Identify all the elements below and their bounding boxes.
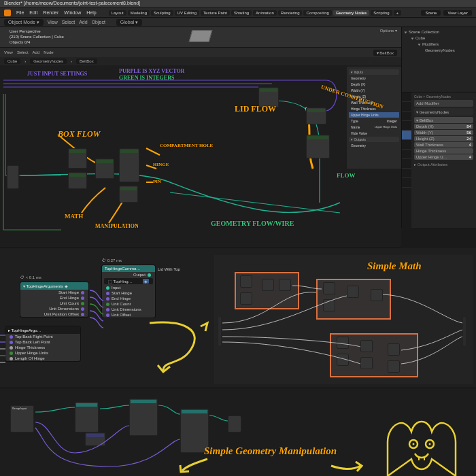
annotation: PURPLE IS XYZ VECTOR	[119, 68, 184, 74]
window-titlebar: Blender* [/home/meow/Documents/joint-tes…	[0, 0, 476, 8]
geometry-node[interactable]	[119, 148, 139, 182]
svg-point-2	[413, 443, 415, 445]
svg-point-3	[429, 443, 431, 445]
geometry-node[interactable]	[306, 107, 326, 124]
geometry-node[interactable]	[306, 135, 330, 158]
math-node[interactable]	[68, 148, 87, 169]
mod-field[interactable]: Width (Y)56	[414, 130, 473, 135]
doodle-arrow	[330, 460, 364, 476]
mod-field[interactable]: Height (Z)24	[414, 136, 473, 141]
node-wires	[0, 67, 401, 250]
annotation: GREEN IS INTEGERS	[119, 75, 174, 81]
mode-dropdown[interactable]: Object Mode ▾	[4, 19, 44, 26]
node-node-menu[interactable]: Node	[44, 50, 53, 54]
mod-field[interactable]: Depth (X)84	[414, 124, 473, 129]
tab-script[interactable]: Scripting	[371, 10, 392, 16]
annotation: MANIPULATION	[95, 223, 139, 229]
mod-field[interactable]: Hinge Thickness	[414, 148, 473, 154]
properties-panel: Cube > GeometryNodes Add Modifier ▾ Geom…	[401, 92, 476, 228]
view-menu[interactable]: View	[48, 20, 58, 24]
mesh-cube-icon	[189, 30, 213, 42]
outliner-modifiers[interactable]: Modifiers	[422, 41, 439, 48]
tab-render[interactable]: Rendering	[278, 10, 303, 16]
annotation: PIN	[153, 179, 161, 184]
breadcrumb[interactable]: GeometryNodes	[30, 58, 67, 64]
node-editor-header: View Select Add Node ▾ BeltBox	[0, 48, 401, 57]
tab-uv[interactable]: UV Editing	[175, 10, 199, 16]
add-menu[interactable]: Add	[79, 20, 87, 24]
viewport-options[interactable]: Options ▾	[380, 28, 397, 33]
props-tabs[interactable]	[402, 92, 411, 228]
annotation: UNDER CONSTRUCTION	[320, 84, 384, 109]
group-input-node[interactable]	[7, 165, 19, 189]
tab-sculpting[interactable]: Sculpting	[151, 10, 173, 16]
nodegroup-name[interactable]: ▾ BeltBox	[373, 50, 397, 56]
workspace-tabs: Layout Modeling Sculpting UV Editing Tex…	[109, 10, 401, 16]
geometry-node-editor[interactable]: View Select Add Node ▾ BeltBox Cube › Ge…	[0, 48, 401, 248]
orientation-dropdown[interactable]: Global ▾	[116, 19, 142, 26]
math-wires	[214, 255, 473, 384]
props-breadcrumb: Cube > GeometryNodes	[414, 95, 473, 99]
add-modifier-button[interactable]: Add Modifier	[414, 100, 473, 107]
outliner-geonodes[interactable]: GeometryNodes	[425, 48, 455, 54]
annotation: BOX FLOW	[58, 129, 100, 139]
annotation: FLOW	[337, 172, 356, 179]
outliner[interactable]: Scene Collection Cube Modifiers Geometry…	[401, 27, 476, 92]
math-node[interactable]	[68, 172, 87, 189]
tab-geonodes[interactable]: Geometry Nodes	[333, 10, 369, 16]
node-add-menu[interactable]: Add	[33, 50, 40, 54]
annotation: COMPARTMENT HOLE	[160, 143, 213, 148]
modifier-header[interactable]: ▾ GeometryNodes	[414, 108, 473, 116]
annotation: HINGE	[153, 162, 169, 167]
tab-texpaint[interactable]: Texture Paint	[201, 10, 230, 16]
tab-comp[interactable]: Compositing	[303, 10, 331, 16]
menu-edit[interactable]: Edit	[29, 10, 37, 15]
scene-field[interactable]: Scene	[421, 10, 441, 16]
geometry-node[interactable]	[95, 158, 114, 179]
breadcrumb[interactable]: BeltBox	[76, 58, 97, 64]
tab-layout[interactable]: Layout	[109, 10, 126, 16]
mod-field[interactable]: Upper Hinge U…4	[414, 154, 473, 160]
annotation: GEOMETRY FLOW/WIRE	[211, 220, 294, 227]
breadcrumb[interactable]: Cube	[4, 58, 20, 64]
geometry-node[interactable]	[258, 87, 279, 107]
menu-file[interactable]: File	[16, 10, 24, 15]
viewlayer-field[interactable]: View Layer	[443, 10, 472, 16]
tab-anim[interactable]: Animation	[253, 10, 277, 16]
outliner-cube[interactable]: Cube	[415, 35, 425, 41]
tab-add[interactable]: +	[394, 10, 402, 16]
blender-logo-icon	[4, 10, 11, 16]
doodle-arrow	[143, 316, 218, 377]
object-menu[interactable]: Object	[92, 20, 105, 24]
outliner-root[interactable]: Scene Collection	[409, 29, 439, 35]
geometry-node[interactable]	[119, 186, 138, 203]
lower-panels: ⏱ 0.27 ms TopHingeComma… Output ⬚ TopHin…	[0, 248, 476, 476]
node-view-menu[interactable]: View	[4, 50, 13, 54]
output-attributes[interactable]: ▸ Output Attributes	[414, 162, 473, 167]
simple-math-region[interactable]	[214, 255, 473, 384]
viewport-3d[interactable]: User Perspective (210) Scene Collection …	[0, 27, 401, 48]
menu-help[interactable]: Help	[86, 10, 96, 15]
select-menu[interactable]: Select	[62, 20, 75, 24]
node-select-menu[interactable]: Select	[17, 50, 29, 54]
cartoon-doodle	[381, 411, 476, 476]
mod-field[interactable]: Wall Thickness4	[414, 142, 473, 148]
annotation: JUST INPUT SETTINGS	[27, 71, 87, 77]
tab-shading[interactable]: Shading	[231, 10, 252, 16]
viewport-info: User Perspective (210) Scene Collection …	[10, 29, 64, 45]
doodle-arrow	[177, 456, 218, 476]
modifier-tab-icon[interactable]	[402, 131, 411, 140]
top-menu: File Edit Render Window Help Layout Mode…	[0, 8, 476, 18]
menu-render[interactable]: Render	[43, 10, 58, 15]
viewport-header: Object Mode ▾ View Select Add Object Glo…	[0, 18, 476, 27]
bottom-wires	[0, 388, 272, 476]
tab-modeling[interactable]: Modeling	[128, 10, 150, 16]
menu-window[interactable]: Window	[64, 10, 81, 15]
annotation: MATH	[65, 213, 83, 220]
nodegroup-field[interactable]: ▾ BeltBox	[414, 117, 473, 123]
